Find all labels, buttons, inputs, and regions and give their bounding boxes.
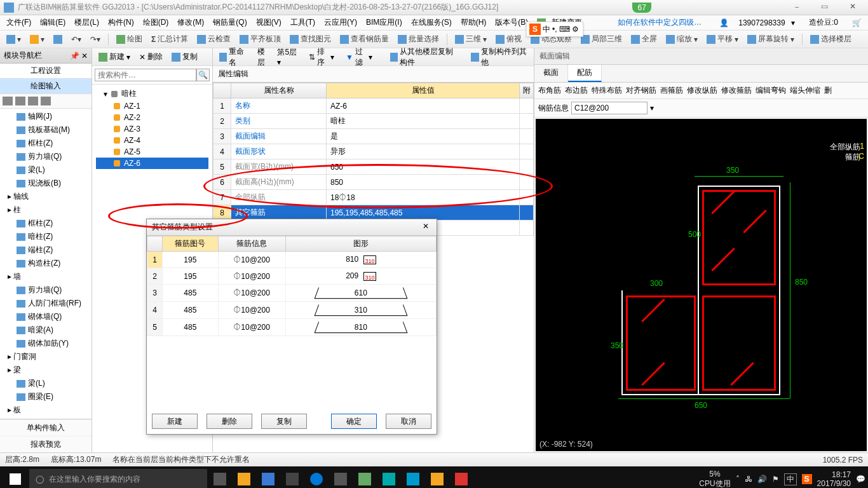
subtool-item[interactable]: 画箍筋 (660, 85, 683, 96)
nav-item[interactable]: ▸ 轴线 (3, 190, 89, 203)
subtool-item[interactable]: 修改纵筋 (687, 85, 717, 96)
full-button[interactable]: 全屏 (628, 32, 660, 46)
hint-link[interactable]: 如何在软件中定义四级… (614, 16, 705, 29)
property-row[interactable]: 2类别暗柱 (214, 114, 534, 129)
nav-item[interactable]: 人防门框墙(RF) (3, 297, 89, 310)
tray-up-icon[interactable]: ˄ (736, 475, 740, 484)
subtool-item[interactable]: 布角筋 (538, 85, 561, 96)
subtool-item[interactable]: 删 (824, 85, 832, 96)
batch-button[interactable]: 批量选择 (395, 32, 442, 46)
stirrup-table[interactable]: 箍筋图号 箍筋信息 图形 1195⏀10@200810 2195⏀10@2002… (147, 236, 437, 336)
menu-help[interactable]: 帮助(H) (457, 16, 491, 29)
menu-draw[interactable]: 绘图(D) (139, 16, 173, 29)
nav-icon-2[interactable] (15, 97, 25, 105)
stirrup-row[interactable]: 4485⏀10@200310 (147, 302, 437, 319)
az-item[interactable]: AZ-6 (96, 158, 208, 169)
rot-button[interactable]: 屏幕旋转▾ (745, 32, 797, 46)
taskview-icon[interactable] (208, 469, 231, 488)
user-id[interactable]: 👤 13907298339 ▾ (712, 17, 799, 29)
nav-item[interactable]: 砌体墙(Q) (3, 310, 89, 323)
cloud-check-button[interactable]: 云检查 (194, 32, 233, 46)
property-row[interactable]: 6截面高(H边)(mm)850 (214, 175, 534, 190)
save-button[interactable] (51, 34, 65, 45)
nav-item[interactable]: 圈梁(E) (3, 390, 89, 403)
nav-item[interactable]: 框柱(Z) (3, 137, 89, 150)
task-app-2[interactable] (257, 469, 280, 488)
az-item[interactable]: AZ-3 (96, 123, 208, 135)
dialog-del-button[interactable]: 删除 (207, 414, 252, 429)
nav-item[interactable]: 梁(L) (3, 377, 89, 390)
dialog-ok-button[interactable]: 确定 (331, 414, 377, 429)
cpu-meter[interactable]: 5%CPU使用 (699, 470, 730, 489)
filter-button[interactable]: ▼过滤▾ (343, 45, 375, 69)
maximize-button[interactable]: ▭ (813, 2, 836, 13)
task-edge[interactable] (305, 469, 328, 488)
menu-view[interactable]: 视图(V) (252, 16, 285, 29)
az-item[interactable]: AZ-2 (96, 112, 208, 123)
floor-dropdown[interactable]: 第5层 ▾ (277, 47, 299, 67)
nav-tab-single[interactable]: 单构件输入 (0, 419, 92, 436)
property-row[interactable]: 3截面编辑是 (214, 129, 534, 144)
stirrup-row[interactable]: 1195⏀10@200810 (147, 252, 437, 268)
draw-button[interactable]: 绘图 (114, 32, 145, 46)
nav-item[interactable]: 轴网(J) (3, 110, 89, 123)
search-input[interactable] (95, 69, 196, 81)
nav-item[interactable]: ▸ 梁 (3, 363, 89, 377)
nav-item[interactable]: 框柱(Z) (3, 217, 89, 230)
property-table[interactable]: 属性名称 属性值 附 1名称AZ-62类别暗柱3截面编辑是4截面形状异形5截面宽… (213, 83, 534, 236)
find-button[interactable]: 查找图元 (287, 32, 334, 46)
open-button[interactable]: ▾ (27, 34, 47, 45)
subtool-item[interactable]: 编辑弯钩 (756, 85, 786, 96)
nav-tab-project[interactable]: 工程设置 (0, 64, 92, 79)
iso-button[interactable]: 俯视 (493, 32, 524, 46)
sum-button[interactable]: Σ 汇总计算 (149, 32, 191, 46)
nav-item[interactable]: 端柱(Z) (3, 243, 89, 257)
task-app-6[interactable] (402, 469, 424, 488)
tab-section[interactable]: 截面 (534, 65, 568, 82)
pan-button[interactable]: 平移▾ (704, 32, 741, 46)
nav-item[interactable]: 筏板基础(M) (3, 123, 89, 137)
nav-item[interactable]: 剪力墙(Q) (3, 150, 89, 163)
tray-net-icon[interactable]: 🖧 (745, 475, 752, 484)
task-app-8[interactable] (450, 469, 473, 488)
tray-clock[interactable]: 18:172017/9/30 (817, 470, 851, 488)
nav-item[interactable]: ▸ 门窗洞 (3, 350, 89, 363)
subtool-item[interactable]: 对齐钢筋 (626, 85, 656, 96)
task-app-5[interactable] (377, 469, 400, 488)
subtool-item[interactable]: 布边筋 (565, 85, 588, 96)
nav-item[interactable]: ▸ 柱 (3, 203, 89, 217)
az-item[interactable]: AZ-1 (96, 100, 208, 112)
az-root[interactable]: ▾ 暗柱 (96, 87, 208, 100)
tray-flag-icon[interactable]: ⚑ (772, 475, 779, 484)
task-app-7[interactable] (426, 469, 449, 488)
comp-new-button[interactable]: 新建▾ (96, 50, 133, 64)
menu-edit[interactable]: 编辑(E) (36, 16, 69, 29)
taskbar-search[interactable]: ◯在这里输入你要搜索的内容 (29, 469, 207, 488)
ime-float[interactable]: S 中•,⌨⚙ (526, 22, 583, 37)
sort-button[interactable]: ⇅排序▾ (306, 45, 337, 69)
tray-ime[interactable]: 中 (784, 473, 797, 485)
tray-notif-icon[interactable]: 💬 (856, 475, 865, 484)
stirrup-row[interactable]: 2195⏀10@200209 (147, 268, 437, 285)
menu-tool[interactable]: 工具(T) (287, 16, 319, 29)
flat-button[interactable]: 平齐板顶 (237, 32, 283, 46)
nav-tab-report[interactable]: 报表预览 (0, 436, 92, 452)
nav-tree[interactable]: 轴网(J)筏板基础(M)框柱(Z)剪力墙(Q)梁(L)现浇板(B)▸ 轴线▸ 柱… (0, 109, 92, 419)
az-item[interactable]: AZ-5 (96, 146, 208, 158)
property-row[interactable]: 1名称AZ-6 (214, 98, 534, 114)
redo-button[interactable]: ↷▾ (88, 34, 103, 45)
dialog-close-button[interactable]: ✕ (420, 222, 431, 233)
subtool-item[interactable]: 端头伸缩 (790, 85, 820, 96)
menu-bim[interactable]: BIM应用(I) (362, 16, 406, 29)
menu-rebar[interactable]: 钢筋量(Q) (209, 16, 250, 29)
copyfrom-button[interactable]: 从其他楼层复制构件 (388, 45, 463, 69)
undo-button[interactable]: ↶▾ (69, 34, 84, 45)
nav-item[interactable]: ▸ 板 (3, 403, 89, 417)
task-store[interactable] (329, 469, 352, 488)
nav-icon-4[interactable] (41, 97, 51, 105)
nav-icon-1[interactable] (3, 97, 13, 105)
menu-online[interactable]: 在线服务(S) (407, 16, 456, 29)
property-row[interactable]: 7全部纵筋18⏀18 (214, 190, 534, 205)
nav-item[interactable]: 剪力墙(Q) (3, 283, 89, 297)
nav-tab-draw[interactable]: 绘图输入 (0, 79, 92, 94)
